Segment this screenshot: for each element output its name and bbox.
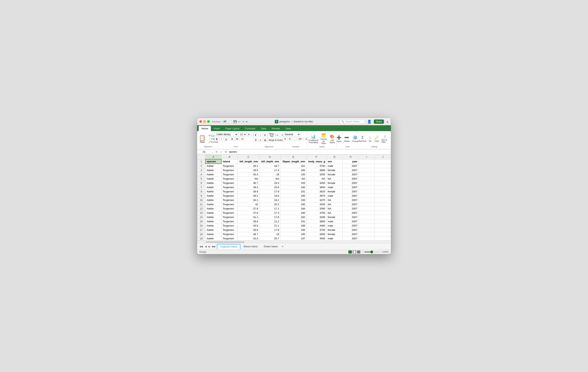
minimize-button[interactable] bbox=[203, 120, 206, 123]
cell-c15[interactable]: 38.6 bbox=[238, 219, 259, 224]
cell-f2[interactable]: 3750 bbox=[306, 164, 326, 168]
cell-i1[interactable] bbox=[359, 159, 375, 164]
cell-i7[interactable] bbox=[359, 185, 375, 190]
italic-button[interactable]: I bbox=[220, 137, 224, 141]
cell-b17[interactable]: Torgersen bbox=[221, 228, 238, 232]
format-as-table-button[interactable]: 🗂️ Format as Table bbox=[319, 132, 328, 145]
delete-button[interactable]: ➖ Delete bbox=[343, 135, 350, 143]
cell-d3[interactable]: 17.4 bbox=[259, 168, 280, 172]
cell-c7[interactable]: 39.3 bbox=[238, 185, 259, 190]
col-header-c[interactable]: C bbox=[238, 155, 259, 160]
cell-b4[interactable]: Torgersen bbox=[221, 172, 238, 177]
cell-a19[interactable]: Adelie bbox=[205, 236, 221, 241]
cell-e2[interactable]: 181 bbox=[280, 164, 306, 168]
sheet-tab-torgersen[interactable]: Torgersen Island bbox=[217, 244, 241, 249]
cell-g18[interactable]: female bbox=[326, 232, 343, 236]
font-color-btn[interactable]: A▾ bbox=[240, 137, 245, 141]
normal-view-btn[interactable]: ⊞ bbox=[348, 250, 352, 253]
cell-g7[interactable]: male bbox=[326, 185, 343, 190]
cell-d1[interactable]: bill_depth_mm bbox=[259, 159, 280, 164]
tab-page-layout[interactable]: Page Layout bbox=[222, 126, 242, 131]
cell-a15[interactable]: Adelie bbox=[205, 219, 221, 224]
zoom-out-btn[interactable]: − bbox=[362, 251, 363, 253]
wrap-text-btn[interactable]: Wrap Text bbox=[268, 132, 275, 138]
cell-i5[interactable] bbox=[359, 177, 375, 181]
cell-h4[interactable]: 2007 bbox=[343, 172, 359, 177]
cell-f17[interactable]: 3700 bbox=[306, 228, 326, 232]
cell-d10[interactable]: 18.1 bbox=[259, 198, 280, 202]
horizontal-scrollbar[interactable] bbox=[197, 241, 391, 243]
cell-a18[interactable]: Adelie bbox=[205, 232, 221, 236]
cell-b1[interactable]: island bbox=[221, 159, 238, 164]
tab-insert[interactable]: Insert bbox=[211, 126, 223, 131]
cell-styles-button[interactable]: 🎨 Cell Styles bbox=[328, 133, 336, 144]
zoom-slider[interactable] bbox=[364, 251, 380, 252]
cell-h9[interactable]: 2007 bbox=[343, 194, 359, 198]
cell-g12[interactable]: NA bbox=[326, 207, 343, 211]
cell-h2[interactable]: 2007 bbox=[343, 164, 359, 168]
cell-e5[interactable]: NA bbox=[280, 177, 306, 181]
cell-j17[interactable] bbox=[375, 228, 391, 232]
cell-c3[interactable]: 39.5 bbox=[238, 168, 259, 172]
cell-g8[interactable]: female bbox=[326, 190, 343, 194]
cell-e9[interactable]: 195 bbox=[280, 194, 306, 198]
insert-button[interactable]: ➕ Insert bbox=[336, 135, 342, 143]
cell-a6[interactable]: Adelie bbox=[205, 181, 221, 185]
cell-f4[interactable]: 3250 bbox=[306, 172, 326, 177]
cell-b12[interactable]: Torgersen bbox=[221, 207, 238, 211]
cell-c5[interactable]: NA bbox=[238, 177, 259, 181]
cell-f19[interactable]: 4500 bbox=[306, 236, 326, 241]
col-header-f[interactable]: F bbox=[306, 155, 326, 160]
page-layout-view-btn[interactable]: 📄 bbox=[353, 250, 356, 253]
cell-j7[interactable] bbox=[375, 185, 391, 190]
clear-button[interactable]: 🧹 Clear bbox=[374, 135, 380, 143]
merge-center-btn[interactable]: Merge & Center bbox=[268, 139, 284, 142]
maximize-button[interactable] bbox=[207, 120, 210, 123]
tab-data[interactable]: Data bbox=[258, 126, 269, 131]
share-button[interactable]: Share bbox=[374, 120, 384, 124]
cell-j11[interactable] bbox=[375, 202, 391, 207]
tab-review[interactable]: Review bbox=[269, 126, 283, 131]
cell-b15[interactable]: Torgersen bbox=[221, 219, 238, 224]
cell-d6[interactable]: 19.3 bbox=[259, 181, 280, 185]
cell-f12[interactable]: 3300 bbox=[306, 207, 326, 211]
cell-i17[interactable] bbox=[359, 228, 375, 232]
cell-j15[interactable] bbox=[375, 219, 391, 224]
fill-color-btn[interactable]: A▾ bbox=[235, 137, 240, 141]
dec-increase-btn[interactable]: .00+ bbox=[297, 137, 304, 141]
cell-g19[interactable]: male bbox=[326, 236, 343, 241]
cell-d4[interactable]: 18 bbox=[259, 172, 280, 177]
sheet-nav-right[interactable]: ▶▶ bbox=[211, 245, 217, 248]
cell-j5[interactable] bbox=[375, 177, 391, 181]
cell-j19[interactable] bbox=[375, 236, 391, 241]
cell-c4[interactable]: 40.3 bbox=[238, 172, 259, 177]
bold-button[interactable]: B bbox=[215, 137, 219, 141]
fill-button[interactable]: ↓ Fill bbox=[367, 135, 373, 143]
cell-e15[interactable]: 191 bbox=[280, 219, 306, 224]
cell-b11[interactable]: Torgersen bbox=[221, 202, 238, 207]
cell-h11[interactable]: 2007 bbox=[343, 202, 359, 207]
cell-i6[interactable] bbox=[359, 181, 375, 185]
cell-i19[interactable] bbox=[359, 236, 375, 241]
cell-j10[interactable] bbox=[375, 198, 391, 202]
cell-e18[interactable]: 195 bbox=[280, 232, 306, 236]
user-icon[interactable]: 👤 bbox=[367, 120, 371, 124]
cell-b9[interactable]: Torgersen bbox=[221, 194, 238, 198]
cell-j9[interactable] bbox=[375, 194, 391, 198]
cell-i14[interactable] bbox=[359, 215, 375, 219]
cell-i18[interactable] bbox=[359, 232, 375, 236]
cell-i2[interactable] bbox=[359, 164, 375, 168]
cell-d11[interactable]: 20.2 bbox=[259, 202, 280, 207]
cell-e7[interactable]: 190 bbox=[280, 185, 306, 190]
cell-c16[interactable]: 34.6 bbox=[238, 224, 259, 228]
page-break-view-btn[interactable]: ≡ bbox=[357, 250, 360, 253]
sheet-nav-prev[interactable]: ◀ bbox=[204, 245, 207, 248]
search-sheet-input[interactable]: 🔍 Search Sheet bbox=[340, 120, 365, 124]
tab-formulas[interactable]: Formulas bbox=[242, 126, 258, 131]
toolbar-icon-2[interactable]: 💾 bbox=[233, 120, 237, 123]
cell-d18[interactable]: 19 bbox=[259, 232, 280, 236]
cell-b19[interactable]: Torgersen bbox=[221, 236, 238, 241]
cell-g6[interactable]: female bbox=[326, 181, 343, 185]
cell-d12[interactable]: 17.1 bbox=[259, 207, 280, 211]
redo-icon[interactable]: ↪ bbox=[242, 120, 244, 123]
